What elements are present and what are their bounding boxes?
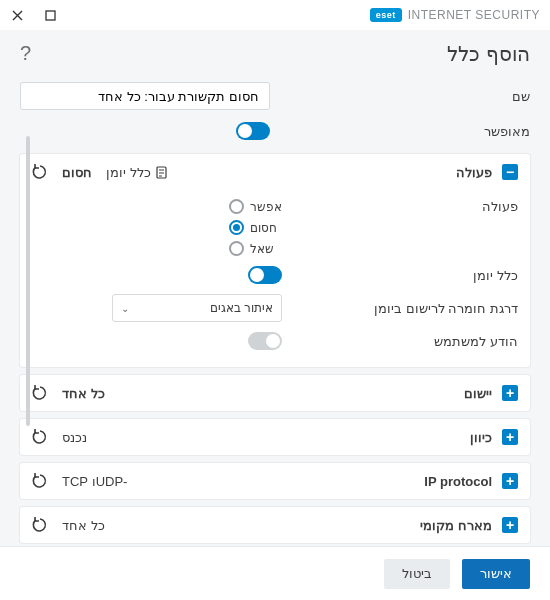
name-label: שם	[420, 89, 530, 104]
panel-local-host-title: מארח מקומי	[420, 518, 492, 533]
footer: אישור ביטול	[0, 546, 550, 600]
brand-badge: eset	[370, 8, 402, 22]
panel-local-host-header[interactable]: + מארח מקומי כל אחד	[20, 507, 530, 543]
cancel-button[interactable]: ביטול	[384, 559, 450, 589]
name-input[interactable]	[20, 82, 270, 110]
panel-application-value: כל אחד	[62, 386, 105, 401]
collapse-icon[interactable]: −	[502, 164, 518, 180]
reset-icon[interactable]	[32, 429, 48, 445]
panel-application-header[interactable]: + יישום כל אחד	[20, 375, 530, 411]
action-label: פעולה	[482, 199, 518, 214]
reset-icon[interactable]	[32, 385, 48, 401]
notify-label: הודע למשתמש	[434, 334, 518, 349]
log-rule-label: כלל יומן	[473, 268, 518, 283]
panel-protocol: + IP protocol -UDPו TCP	[20, 463, 530, 499]
reset-icon[interactable]	[32, 473, 48, 489]
help-icon[interactable]: ?	[20, 42, 31, 65]
notify-toggle[interactable]	[248, 332, 282, 350]
panel-direction-title: כיוון	[470, 430, 492, 445]
radio-allow[interactable]: אפשר	[229, 199, 282, 214]
panel-application-title: יישום	[464, 386, 492, 401]
panel-action-summary: חסום	[62, 165, 92, 180]
panel-application: + יישום כל אחד	[20, 375, 530, 411]
panel-protocol-header[interactable]: + IP protocol -UDPו TCP	[20, 463, 530, 499]
svg-rect-0	[46, 11, 55, 20]
enabled-label: מאופשר	[420, 124, 530, 139]
action-radio-group: אפשר חסום שאל	[229, 199, 282, 256]
panel-direction-header[interactable]: + כיוון נכנס	[20, 419, 530, 455]
panel-local-host: + מארח מקומי כל אחד	[20, 507, 530, 543]
reset-icon[interactable]	[32, 164, 48, 180]
radio-ask[interactable]: שאל	[229, 241, 274, 256]
panel-protocol-value: -UDPו TCP	[62, 474, 127, 489]
severity-select[interactable]: איתור באגים ⌄	[112, 294, 282, 322]
expand-icon[interactable]: +	[502, 429, 518, 445]
severity-label: דרגת חומרה לרישום ביומן	[374, 301, 518, 316]
reset-icon[interactable]	[32, 517, 48, 533]
panel-action-title: פעולה	[456, 165, 492, 180]
title-bar: eset INTERNET SECURITY	[0, 0, 550, 30]
panel-local-host-value: כל אחד	[62, 518, 105, 533]
maximize-icon[interactable]	[43, 8, 58, 23]
log-rule-badge: כלל יומן	[106, 165, 168, 180]
page-title: הוסף כלל	[447, 42, 530, 66]
log-rule-toggle[interactable]	[248, 266, 282, 284]
brand: eset INTERNET SECURITY	[370, 8, 540, 22]
expand-icon[interactable]: +	[502, 517, 518, 533]
close-icon[interactable]	[10, 8, 25, 23]
enabled-toggle[interactable]	[236, 122, 270, 140]
ok-button[interactable]: אישור	[462, 559, 530, 589]
panel-action: − פעולה כלל יומן חסום פעולה	[20, 154, 530, 367]
panel-action-header[interactable]: − פעולה כלל יומן חסום	[20, 154, 530, 190]
expand-icon[interactable]: +	[502, 473, 518, 489]
panel-protocol-title: IP protocol	[424, 474, 492, 489]
scrollbar[interactable]	[26, 136, 30, 426]
radio-block[interactable]: חסום	[229, 220, 277, 235]
chevron-down-icon: ⌄	[121, 303, 129, 314]
expand-icon[interactable]: +	[502, 385, 518, 401]
panel-direction-value: נכנס	[62, 430, 87, 445]
panel-direction: + כיוון נכנס	[20, 419, 530, 455]
brand-text: INTERNET SECURITY	[408, 8, 540, 22]
